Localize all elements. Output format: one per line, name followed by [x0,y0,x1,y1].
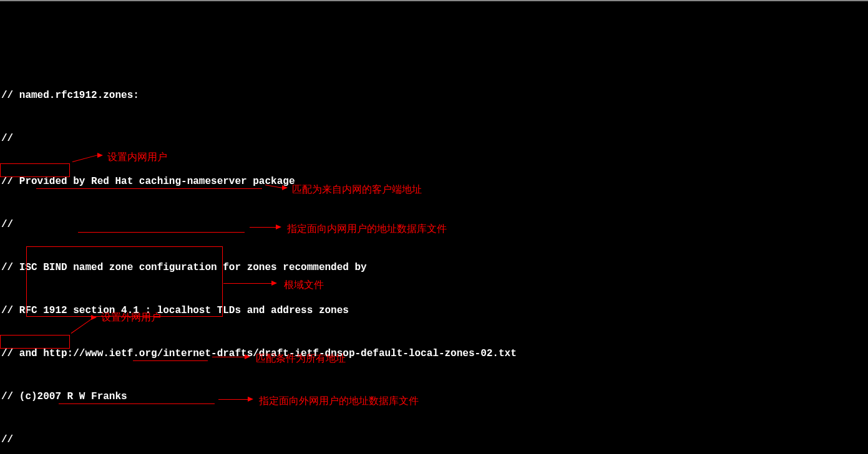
code-line: // (c)2007 R W Franks [1,390,868,404]
code-line: // Provided by Red Hat caching-nameserve… [1,175,868,189]
code-text: // (c)2007 R W Franks [1,391,127,402]
terminal[interactable]: // named.rfc1912.zones: // // Provided b… [0,60,868,454]
code-text: // RFC 1912 section 4.1 : localhost TLDs… [1,305,349,316]
code-line: // named.rfc1912.zones: [1,89,868,103]
code-text: // [1,219,13,230]
code-line: // [1,218,868,232]
code-line: // [1,132,868,146]
code-text: // [1,434,13,445]
code-line: // ISC BIND named zone configuration for… [1,261,868,275]
code-text: // ISC BIND named zone configuration for… [1,262,367,273]
code-text: // named.rfc1912.zones: [1,90,139,101]
code-text: // Provided by Red Hat caching-nameserve… [1,176,295,187]
code-line: // RFC 1912 section 4.1 : localhost TLDs… [1,304,868,318]
code-text: // [1,133,13,144]
code-text: // and http://www.ietf.org/internet-draf… [1,348,517,359]
code-line: // and http://www.ietf.org/internet-draf… [1,347,868,361]
code-line: // [1,433,868,447]
